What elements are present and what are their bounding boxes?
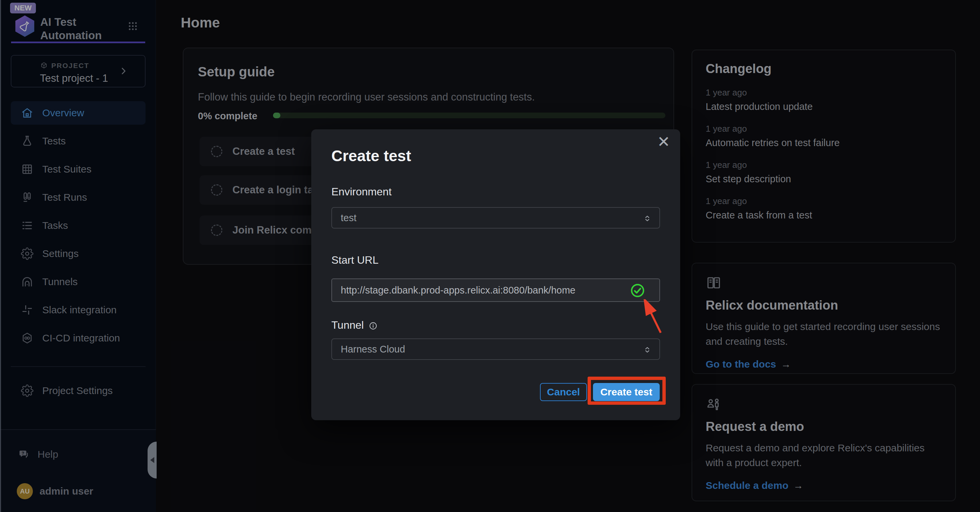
environment-select[interactable]: test bbox=[331, 207, 660, 228]
close-icon[interactable]: ✕ bbox=[657, 134, 670, 149]
environment-label: Environment bbox=[331, 185, 392, 198]
valid-check-icon bbox=[630, 283, 645, 298]
modal-title: Create test bbox=[331, 147, 411, 165]
app-window: NEW AI Test Automation PROJECT Test proj… bbox=[0, 0, 980, 512]
create-test-button[interactable]: Create test bbox=[593, 383, 660, 401]
start-url-label: Start URL bbox=[331, 254, 378, 266]
window-edge bbox=[0, 0, 1, 512]
start-url-input[interactable] bbox=[331, 279, 660, 302]
tunnel-label: Tunnel bbox=[331, 319, 378, 331]
info-icon[interactable] bbox=[369, 319, 378, 331]
chevron-updown-icon bbox=[643, 344, 652, 355]
chevron-updown-icon bbox=[643, 212, 652, 224]
create-test-modal: ✕ Create test Environment test Start URL… bbox=[311, 129, 680, 420]
cancel-button[interactable]: Cancel bbox=[540, 383, 587, 401]
tunnel-select[interactable]: Harness Cloud bbox=[331, 338, 660, 360]
